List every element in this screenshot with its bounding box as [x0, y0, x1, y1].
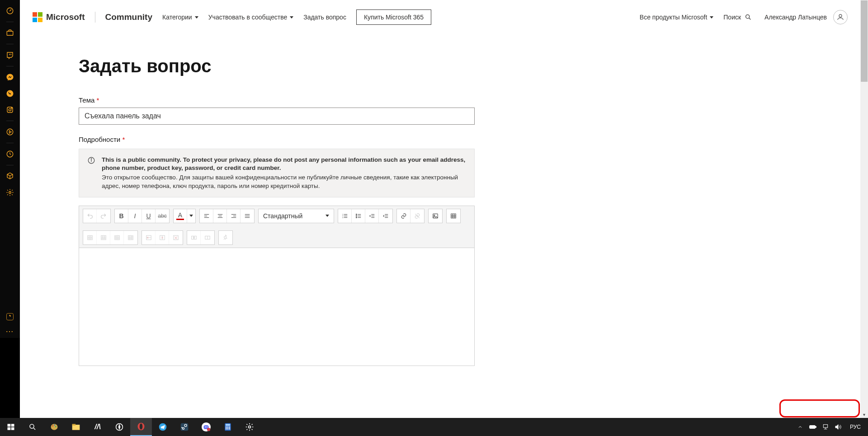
font-color-button[interactable]: A — [174, 209, 187, 223]
dock-more-icon[interactable]: … — [5, 325, 14, 334]
delete-table-button[interactable] — [169, 231, 183, 244]
svg-rect-100 — [8, 427, 11, 430]
info-icon — [87, 156, 95, 164]
svg-point-106 — [54, 425, 56, 426]
tray-battery-icon[interactable] — [809, 423, 816, 431]
svg-rect-126 — [226, 424, 230, 426]
nav-ask-question[interactable]: Задать вопрос — [303, 14, 346, 21]
pin-button[interactable] — [219, 231, 232, 244]
strikethrough-button[interactable]: abc — [156, 209, 169, 223]
ordered-list-button[interactable]: 123 — [338, 209, 352, 223]
taskbar-explorer-icon[interactable] — [65, 418, 87, 436]
taskbar-compass-icon[interactable] — [108, 418, 130, 436]
subject-input[interactable] — [79, 108, 475, 125]
svg-rect-134 — [810, 426, 816, 429]
dock-item-tools-icon[interactable] — [5, 312, 14, 321]
user-name-label: Александр Латынцев — [764, 14, 827, 21]
tray-language[interactable]: РУС — [847, 424, 863, 430]
bold-button[interactable]: B — [115, 209, 128, 223]
taskbar-discord-icon[interactable] — [195, 418, 217, 436]
dock-separator — [6, 66, 14, 66]
format-select-label: Стандартный — [263, 212, 302, 220]
svg-rect-135 — [816, 427, 816, 428]
dock-item-play-icon[interactable] — [5, 127, 14, 136]
delete-row-button[interactable] — [142, 231, 156, 244]
tray-volume-icon[interactable] — [835, 423, 842, 431]
taskbar-steam-icon[interactable] — [174, 418, 195, 436]
split-cell-button[interactable] — [201, 231, 214, 244]
search-button[interactable]: Поиск — [723, 14, 752, 21]
unordered-list-button[interactable] — [352, 209, 365, 223]
svg-point-37 — [356, 214, 357, 215]
dock-item-settings-icon[interactable] — [5, 188, 14, 197]
indent-button[interactable] — [379, 209, 392, 223]
nav-all-products[interactable]: Все продукты Microsoft — [640, 14, 713, 21]
dock-item-whatsapp-icon[interactable] — [5, 89, 14, 98]
taskbar-calculator-icon[interactable] — [217, 418, 239, 436]
taskbar-paint-icon[interactable] — [43, 418, 65, 436]
align-left-button[interactable] — [200, 209, 213, 223]
dock-item-cube-icon[interactable] — [5, 172, 14, 181]
table-row-below-button[interactable] — [97, 231, 110, 244]
svg-rect-136 — [823, 425, 827, 428]
font-color-dropdown[interactable] — [187, 209, 195, 223]
outdent-button[interactable] — [365, 209, 379, 223]
dock-item-briefcase-icon[interactable] — [5, 28, 14, 38]
start-button[interactable] — [0, 418, 22, 436]
taskbar-settings-icon[interactable] — [239, 418, 260, 436]
tray-chevron-up-icon[interactable] — [797, 423, 804, 431]
align-right-button[interactable] — [227, 209, 241, 223]
microsoft-logo[interactable]: Microsoft — [33, 12, 85, 22]
vertical-scrollbar[interactable]: ▴ ▾ — [860, 0, 868, 418]
scrollbar-thumb[interactable] — [861, 0, 868, 82]
buy-m365-button[interactable]: Купить Microsoft 365 — [356, 9, 431, 25]
scroll-down-button[interactable]: ▾ — [861, 411, 868, 418]
table-col-left-button[interactable] — [110, 231, 124, 244]
svg-rect-129 — [229, 427, 231, 428]
community-link[interactable]: Community — [105, 12, 153, 22]
table-row-button[interactable] — [83, 231, 97, 244]
svg-rect-131 — [227, 428, 229, 430]
table-button[interactable] — [447, 209, 460, 223]
delete-col-button[interactable] — [156, 231, 169, 244]
taskbar-app-m-icon[interactable]: //\ — [87, 418, 108, 436]
editor-textarea[interactable] — [79, 248, 474, 366]
align-justify-button[interactable] — [241, 209, 254, 223]
svg-rect-68 — [101, 239, 106, 240]
nav-participate[interactable]: Участвовать в сообществе — [208, 14, 294, 21]
nav-categories-label: Категории — [162, 14, 192, 21]
svg-point-39 — [356, 216, 357, 216]
undo-button[interactable] — [83, 209, 97, 223]
nav-ask-label: Задать вопрос — [303, 14, 346, 21]
editor-toolbar: B I U abc A Стандартный — [79, 206, 474, 248]
dock-item-instagram-icon[interactable] — [5, 105, 14, 114]
search-taskbar-button[interactable] — [22, 418, 43, 436]
taskbar-opera-icon[interactable] — [130, 418, 152, 436]
italic-button[interactable]: I — [128, 209, 142, 223]
table-col-right-button[interactable] — [124, 231, 137, 244]
format-select[interactable]: Стандартный — [258, 209, 334, 223]
dock-item-messenger-icon[interactable] — [5, 73, 14, 82]
search-icon — [745, 14, 752, 21]
person-icon — [836, 13, 844, 21]
underline-button[interactable]: U — [142, 209, 156, 223]
link-button[interactable] — [397, 209, 410, 223]
tray-network-icon[interactable] — [822, 423, 829, 431]
dock-item-history-icon[interactable] — [5, 150, 14, 159]
svg-marker-9 — [9, 131, 12, 133]
svg-line-14 — [749, 18, 750, 19]
merge-cells-button[interactable] — [187, 231, 201, 244]
chevron-down-icon — [710, 16, 713, 19]
align-center-button[interactable] — [213, 209, 227, 223]
svg-point-15 — [839, 14, 842, 17]
dock-item-twitch-icon[interactable] — [5, 51, 14, 60]
redo-button[interactable] — [97, 209, 110, 223]
user-avatar[interactable] — [833, 10, 848, 24]
nav-participate-label: Участвовать в сообществе — [208, 14, 288, 21]
image-button[interactable] — [429, 209, 442, 223]
taskbar-telegram-icon[interactable] — [152, 418, 174, 436]
unlink-button[interactable] — [410, 209, 424, 223]
dock-item-clock-icon[interactable] — [5, 6, 14, 15]
nav-categories[interactable]: Категории — [162, 14, 198, 21]
required-asterisk: * — [122, 136, 125, 143]
